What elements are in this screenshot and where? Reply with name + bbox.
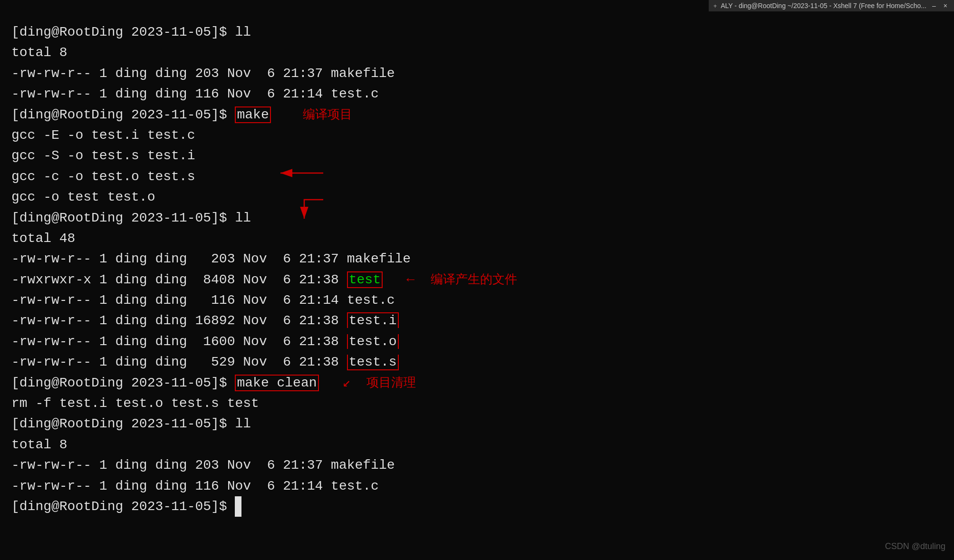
terminal-line: [ding@RootDing 2023-11-05]$ ll [11,414,943,434]
terminal-line: total 48 [11,228,943,249]
make-clean-line: [ding@RootDing 2023-11-05]$ make clean ↙… [11,373,943,393]
terminal-line: [ding@RootDing 2023-11-05]$ ll [11,22,943,42]
test-file: test [347,271,383,288]
terminal-line: -rw-rw-r-- 1 ding ding 203 Nov 6 21:37 m… [11,455,943,475]
terminal-line: [ding@RootDing 2023-11-05]$ ll [11,208,943,228]
test-file-line: -rwxrwxr-x 1 ding ding 8408 Nov 6 21:38 … [11,270,943,290]
terminal-line: -rw-rw-r-- 1 ding ding 529 Nov 6 21:38 t… [11,352,943,372]
terminal-prompt-line[interactable]: [ding@RootDing 2023-11-05]$ [11,496,943,517]
terminal-line: total 8 [11,434,943,455]
close-button-x[interactable]: × [942,2,949,10]
terminal-line: -rw-rw-r-- 1 ding ding 203 Nov 6 21:37 m… [11,63,943,84]
watermark: CSDN @dtuling [885,541,945,551]
terminal-line: -rw-rw-r-- 1 ding ding 16892 Nov 6 21:38… [11,310,943,331]
make-command-line: [ding@RootDing 2023-11-05]$ make 编译项目 [11,105,943,125]
terminal-line: rm -f test.i test.o test.s test [11,393,943,414]
terminal-line: gcc -o test test.o [11,187,943,207]
terminal-line: -rw-rw-r-- 1 ding ding 1600 Nov 6 21:38 … [11,331,943,352]
terminal-line: gcc -c -o test.o test.s [11,166,943,187]
terminal-line: gcc -E -o test.i test.c [11,125,943,145]
terminal: [ding@RootDing 2023-11-05]$ ll total 8 -… [0,13,954,560]
terminal-line: gcc -S -o test.s test.i [11,145,943,166]
terminal-line: total 8 [11,42,943,63]
close-button[interactable]: – [930,2,938,10]
title-text: ALY - ding@RootDing ~/2023-11-05 - Xshel… [721,2,926,10]
tab-icon: + [713,2,717,10]
terminal-line: -rw-rw-r-- 1 ding ding 116 Nov 6 21:14 t… [11,84,943,104]
terminal-line: -rw-rw-r-- 1 ding ding 203 Nov 6 21:37 m… [11,249,943,269]
make-command: make [235,106,270,123]
terminal-line: -rw-rw-r-- 1 ding ding 116 Nov 6 21:14 t… [11,476,943,496]
make-clean-command: make clean [235,375,318,391]
terminal-line: -rw-rw-r-- 1 ding ding 116 Nov 6 21:14 t… [11,290,943,310]
title-bar: + ALY - ding@RootDing ~/2023-11-05 - Xsh… [709,0,954,11]
